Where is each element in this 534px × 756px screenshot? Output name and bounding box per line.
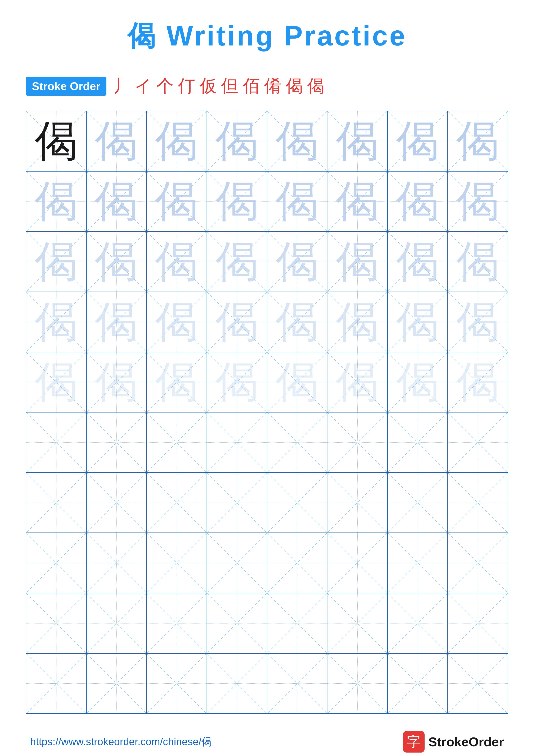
footer-logo-icon: 字 (403, 731, 424, 753)
stroke-5: 仮 (199, 74, 217, 98)
table-cell[interactable]: 偈 (388, 171, 448, 232)
footer-logo-char: 字 (407, 733, 421, 751)
grid-row-8 (26, 533, 508, 593)
table-cell[interactable] (146, 533, 207, 593)
table-cell[interactable]: 偈 (146, 171, 207, 232)
grid-row-7 (26, 472, 508, 533)
stroke-9: 偈 (286, 74, 303, 98)
table-cell[interactable]: 偈 (207, 292, 267, 352)
table-cell[interactable]: 偈 (447, 352, 508, 413)
table-cell[interactable]: 偈 (207, 171, 267, 232)
grid-row-5: 偈 偈 偈 偈 (26, 352, 508, 413)
table-cell[interactable]: 偈 (267, 352, 327, 413)
table-cell[interactable] (207, 472, 267, 533)
table-cell[interactable]: 偈 (87, 231, 147, 292)
table-cell[interactable] (87, 472, 147, 533)
table-cell[interactable] (388, 472, 448, 533)
table-cell[interactable] (327, 472, 388, 533)
table-cell[interactable] (447, 653, 508, 714)
table-cell[interactable] (327, 593, 388, 653)
table-cell[interactable]: 偈 (87, 292, 147, 352)
table-cell[interactable]: 偈 (26, 292, 87, 352)
table-cell[interactable]: 偈 (388, 231, 448, 292)
table-cell[interactable]: 偈 (447, 292, 508, 352)
table-cell[interactable] (388, 653, 448, 714)
table-cell[interactable] (447, 593, 508, 653)
table-cell[interactable] (207, 533, 267, 593)
table-cell[interactable] (447, 533, 508, 593)
table-cell[interactable] (26, 533, 87, 593)
table-cell[interactable] (447, 412, 508, 472)
stroke-10: 偈 (307, 74, 324, 98)
table-cell[interactable] (327, 533, 388, 593)
table-cell[interactable] (267, 412, 327, 472)
table-cell[interactable]: 偈 (207, 352, 267, 413)
table-cell[interactable] (87, 533, 147, 593)
table-cell[interactable]: 偈 (327, 292, 388, 352)
table-cell[interactable]: 偈 (146, 231, 207, 292)
table-cell[interactable] (87, 412, 147, 472)
table-cell[interactable]: 偈 (26, 352, 87, 413)
table-cell[interactable]: 偈 (207, 231, 267, 292)
table-cell[interactable] (447, 472, 508, 533)
stroke-6: 但 (221, 74, 238, 98)
table-cell[interactable] (146, 653, 207, 714)
table-cell[interactable] (267, 472, 327, 533)
table-cell[interactable]: 偈 (447, 231, 508, 292)
table-cell[interactable] (207, 593, 267, 653)
table-cell[interactable]: 偈 (267, 111, 327, 171)
table-cell[interactable]: 偈 (327, 231, 388, 292)
stroke-sequence: 丿 イ 个 仃 仮 但 佰 倄 偈 偈 (113, 74, 324, 98)
table-cell[interactable]: 偈 (26, 111, 87, 171)
table-cell[interactable] (26, 472, 87, 533)
grid-row-10 (26, 653, 508, 714)
table-cell[interactable]: 偈 (26, 231, 87, 292)
table-cell[interactable] (207, 653, 267, 714)
table-cell[interactable]: 偈 (327, 111, 388, 171)
stroke-order-badge: Stroke Order (26, 77, 106, 96)
table-cell[interactable]: 偈 (146, 352, 207, 413)
table-cell[interactable]: 偈 (267, 171, 327, 232)
table-cell[interactable]: 偈 (267, 231, 327, 292)
table-cell[interactable] (267, 533, 327, 593)
table-cell[interactable] (388, 412, 448, 472)
table-cell[interactable]: 偈 (447, 111, 508, 171)
table-cell[interactable] (26, 412, 87, 472)
practice-grid[interactable]: 偈 偈 偈 偈 (26, 111, 508, 714)
table-cell[interactable] (327, 412, 388, 472)
table-cell[interactable]: 偈 (26, 171, 87, 232)
grid-table: 偈 偈 偈 偈 (26, 111, 508, 714)
table-cell[interactable] (146, 412, 207, 472)
table-cell[interactable]: 偈 (327, 352, 388, 413)
table-cell[interactable]: 偈 (207, 111, 267, 171)
stroke-8: 倄 (264, 74, 281, 98)
table-cell[interactable] (87, 653, 147, 714)
table-cell[interactable]: 偈 (87, 171, 147, 232)
table-cell[interactable] (388, 533, 448, 593)
table-cell[interactable] (26, 653, 87, 714)
table-cell[interactable]: 偈 (447, 171, 508, 232)
table-cell[interactable]: 偈 (388, 352, 448, 413)
table-cell[interactable] (267, 593, 327, 653)
table-cell[interactable]: 偈 (87, 352, 147, 413)
footer-url-link[interactable]: https://www.strokeorder.com/chinese/偈 (30, 735, 212, 749)
table-cell[interactable]: 偈 (388, 292, 448, 352)
table-cell[interactable]: 偈 (327, 171, 388, 232)
table-cell[interactable]: 偈 (146, 111, 207, 171)
table-cell[interactable] (388, 593, 448, 653)
table-cell[interactable] (327, 653, 388, 714)
stroke-1: 丿 (113, 74, 130, 98)
grid-row-9 (26, 593, 508, 653)
table-cell[interactable]: 偈 (87, 111, 147, 171)
table-cell[interactable] (87, 593, 147, 653)
table-cell[interactable] (146, 472, 207, 533)
table-cell[interactable]: 偈 (146, 292, 207, 352)
table-cell[interactable]: 偈 (388, 111, 448, 171)
table-cell[interactable] (146, 593, 207, 653)
table-cell[interactable] (26, 593, 87, 653)
table-cell[interactable]: 偈 (267, 292, 327, 352)
table-cell[interactable] (207, 412, 267, 472)
page: 偈 Writing Practice Stroke Order 丿 イ 个 仃 … (0, 0, 534, 756)
table-cell[interactable] (267, 653, 327, 714)
grid-row-6 (26, 412, 508, 472)
